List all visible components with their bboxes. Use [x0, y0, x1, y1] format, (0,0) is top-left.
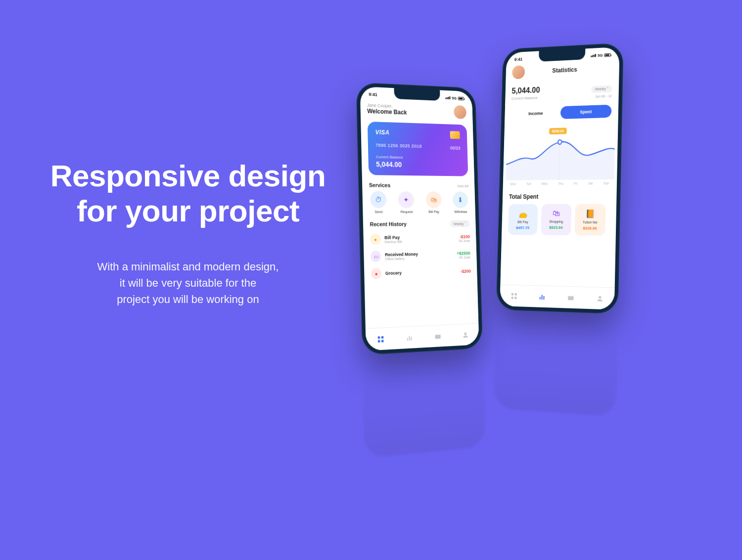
services-header: Services	[369, 182, 391, 188]
tab-profile[interactable]	[595, 294, 604, 303]
send-icon: ⏱	[370, 191, 387, 209]
balance-value: 5,044.00	[376, 160, 461, 170]
battery-icon	[458, 96, 464, 100]
spent-card-shopping[interactable]: 🛍Shopping$823.84	[541, 204, 571, 235]
svg-rect-14	[514, 297, 516, 299]
svg-rect-0	[377, 336, 380, 339]
svg-rect-16	[541, 295, 542, 299]
service-send[interactable]: ⏱Send	[370, 191, 387, 214]
tab-profile[interactable]	[461, 330, 469, 340]
avatar[interactable]	[512, 65, 525, 79]
wallet-icon: 👝	[518, 209, 528, 218]
history-row[interactable]: ▭ Received MoneyOffice Sallery +$250002 …	[364, 246, 477, 265]
signal-icon	[591, 54, 597, 57]
avatar[interactable]	[454, 105, 466, 119]
wallet-icon: ▭	[371, 251, 381, 262]
history-filter[interactable]: Weekly ˅	[450, 220, 469, 227]
svg-point-8	[464, 332, 466, 335]
spending-chart[interactable]: $896.24	[506, 124, 615, 180]
svg-rect-11	[511, 293, 513, 295]
see-all-link[interactable]: See All	[457, 183, 468, 188]
bill-icon: ●	[370, 234, 381, 245]
history-row[interactable]: ● Bill PayElectruc Bill -$10004 June	[363, 230, 476, 248]
status-bar: 9:41 5G	[360, 86, 472, 103]
tab-wallet[interactable]	[566, 293, 575, 302]
svg-rect-12	[514, 293, 516, 296]
service-billpay[interactable]: 🛍Bill Pay	[425, 191, 442, 214]
tab-stats[interactable]	[538, 292, 546, 302]
phone-mockups: 9:41 5G Jane Cooper, Welcome Back VISA 7…	[351, 30, 668, 474]
greeting-welcome: Welcome Back	[367, 108, 407, 116]
svg-rect-2	[377, 340, 380, 342]
balance-card[interactable]: VISA 7895 1256 3025 2018 05/23 Current B…	[368, 122, 468, 176]
stats-balance: 5,044.00	[511, 86, 540, 95]
chevron-down-icon: ˅	[607, 86, 609, 90]
tab-bar	[500, 284, 614, 309]
spent-card-tuition[interactable]: 📙Tution fee$326.00	[575, 204, 606, 235]
tab-stats[interactable]	[405, 333, 414, 342]
tab-home[interactable]	[510, 291, 518, 300]
svg-rect-13	[511, 297, 513, 299]
phone-statistics: 9:41 5G Statistics 5,044.00 Current Bala…	[496, 43, 624, 314]
phone-home: 9:41 5G Jane Cooper, Welcome Back VISA 7…	[356, 82, 483, 355]
tab-home[interactable]	[376, 334, 385, 344]
hero-title: Responsive design for your project	[30, 158, 346, 229]
tab-bar	[366, 323, 479, 351]
bag-icon: 🛍	[553, 209, 560, 217]
cart-icon: ●	[371, 268, 382, 279]
balance-label: Current Balance	[376, 155, 461, 161]
chart-tooltip: $896.24	[549, 128, 566, 134]
request-icon: ✦	[398, 191, 415, 208]
svg-rect-17	[543, 296, 544, 299]
service-request[interactable]: ✦Request	[398, 191, 415, 214]
chevron-down-icon: ˅	[464, 221, 466, 225]
svg-rect-1	[381, 336, 383, 339]
period-selector[interactable]: Weekly ˅	[592, 85, 612, 93]
svg-rect-5	[409, 336, 410, 341]
svg-rect-3	[381, 340, 383, 342]
tab-spent[interactable]: Spent	[560, 104, 612, 119]
card-number: 7895 1256 3025 2018	[375, 143, 460, 150]
date-range: Jun 06 - 12	[592, 94, 612, 98]
svg-point-10	[558, 139, 561, 144]
tab-wallet[interactable]	[433, 332, 442, 341]
page-title: Statistics	[552, 66, 577, 74]
status-time: 9:41	[369, 92, 377, 97]
chip-icon	[450, 131, 460, 139]
spent-card-billpay[interactable]: 👝Bill Pay$457.75	[508, 204, 538, 235]
tab-income[interactable]: Income	[511, 106, 560, 121]
svg-point-19	[599, 296, 601, 299]
card-brand: VISA	[375, 129, 460, 138]
svg-rect-15	[539, 297, 540, 299]
svg-rect-7	[435, 334, 440, 339]
total-spent-header: Total Spent	[509, 193, 610, 200]
svg-rect-4	[407, 338, 408, 341]
bill-icon: 🛍	[425, 191, 441, 208]
card-expiry: 05/23	[450, 145, 461, 150]
service-withdraw[interactable]: ⬇Withdraw	[453, 192, 468, 214]
book-icon: 📙	[585, 209, 595, 218]
battery-icon	[604, 53, 611, 57]
hero-subtitle: With a minimalist and modern design, it …	[30, 258, 346, 307]
svg-rect-18	[568, 296, 574, 300]
segment-control: Income Spent	[511, 104, 612, 120]
signal-icon	[446, 96, 451, 99]
withdraw-icon: ⬇	[453, 192, 468, 208]
hero-text: Responsive design for your project With …	[30, 158, 346, 307]
history-header: Recent History	[370, 221, 407, 227]
history-row[interactable]: ● Grocery -$200	[364, 263, 477, 283]
svg-rect-6	[411, 337, 412, 341]
